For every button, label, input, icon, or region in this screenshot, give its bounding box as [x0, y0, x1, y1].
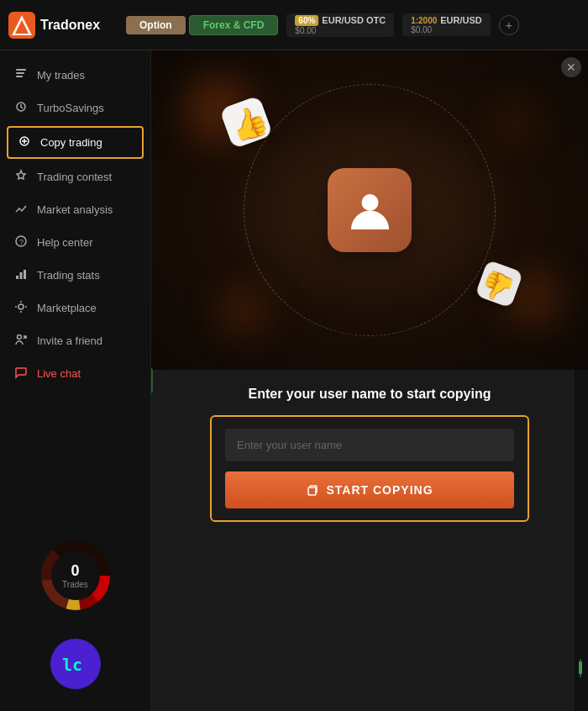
svg-rect-23 — [579, 661, 582, 674]
svg-point-14 — [18, 335, 22, 340]
trades-label: Trades — [62, 580, 88, 589]
copy-icon — [306, 483, 319, 497]
svg-rect-11 — [20, 272, 23, 279]
svg-text:?: ? — [19, 238, 24, 246]
svg-rect-31 — [308, 487, 316, 495]
svg-rect-4 — [16, 72, 24, 74]
hero-area: 👍 👎 — [151, 50, 588, 370]
instrument-price-1: $0.00 — [295, 26, 316, 35]
trading-stats-icon — [13, 267, 29, 283]
mini-candle-chart — [575, 657, 586, 694]
content-area: ◀ ✕ /U — — [151, 50, 588, 711]
top-bar: Tradonex Option Forex & CFD 60% EUR/USD … — [0, 0, 588, 50]
instrument-eurusd[interactable]: 1:2000 EUR/USD $0.00 — [402, 13, 491, 36]
sidebar-label-copy-trading: Copy trading — [40, 136, 102, 149]
sidebar: My trades TurboSavings Copy trading Trad… — [0, 50, 151, 711]
my-trades-icon — [13, 67, 29, 83]
instrument-eurusd-otc[interactable]: 60% EUR/USD OTC $0.00 — [286, 13, 394, 37]
sidebar-item-market-analysis[interactable]: Market analysis — [0, 193, 150, 226]
turbosavings-icon — [13, 100, 29, 116]
invite-friend-icon — [13, 333, 29, 349]
copy-section: Enter your user name to start copying ST… — [151, 370, 588, 547]
market-analysis-icon — [13, 202, 29, 218]
user-avatar[interactable]: lc — [50, 639, 101, 689]
copy-trading-icon — [17, 134, 32, 150]
sidebar-item-copy-trading[interactable]: Copy trading — [7, 126, 144, 159]
logo-text: Tradonex — [40, 18, 100, 33]
trades-widget: 0 Trades lc — [0, 524, 150, 703]
hero-person-icon — [328, 168, 412, 252]
sidebar-label-invite-friend: Invite a friend — [37, 334, 102, 347]
sidebar-label-my-trades: My trades — [37, 69, 85, 82]
svg-text:lc: lc — [62, 655, 82, 675]
svg-rect-5 — [16, 76, 23, 77]
donut-chart: 0 Trades — [38, 538, 113, 614]
tab-group: Option Forex & CFD — [126, 15, 278, 35]
sidebar-item-trading-stats[interactable]: Trading stats — [0, 259, 150, 292]
svg-rect-10 — [16, 276, 18, 279]
sidebar-label-marketplace: Marketplace — [37, 302, 97, 314]
svg-rect-12 — [24, 270, 26, 279]
sidebar-item-invite-friend[interactable]: Invite a friend — [0, 324, 150, 357]
bokeh-3 — [496, 101, 538, 143]
live-chat-icon — [13, 366, 29, 382]
start-copying-label: START COPYING — [326, 483, 433, 497]
marketplace-icon — [13, 300, 29, 316]
instrument-name-2: EUR/USD — [440, 15, 482, 25]
logo-icon — [8, 12, 35, 39]
sidebar-label-turbosavings: TurboSavings — [37, 102, 104, 114]
sidebar-item-turbosavings[interactable]: TurboSavings — [0, 92, 150, 124]
sidebar-item-live-chat[interactable]: Live chat — [0, 357, 150, 390]
sidebar-label-market-analysis: Market analysis — [37, 203, 113, 216]
sidebar-item-help-center[interactable]: ? Help center — [0, 226, 150, 259]
copy-form-box: START COPYING — [210, 415, 529, 522]
sidebar-label-trading-stats: Trading stats — [37, 269, 100, 282]
sidebar-item-trading-contest[interactable]: Trading contest — [0, 161, 150, 193]
trades-count: 0 — [62, 562, 88, 580]
instrument-price-2: $0.00 — [411, 25, 432, 34]
instrument-pct: 60% — [295, 15, 318, 26]
sidebar-item-marketplace[interactable]: Marketplace — [0, 292, 150, 324]
username-input[interactable] — [225, 429, 514, 461]
svg-rect-3 — [16, 69, 26, 71]
forex-tab[interactable]: Forex & CFD — [189, 15, 279, 35]
start-copying-button[interactable]: START COPYING — [225, 471, 514, 508]
logo: Tradonex — [8, 12, 118, 39]
svg-point-13 — [18, 304, 24, 309]
svg-point-28 — [361, 194, 378, 211]
sidebar-label-trading-contest: Trading contest — [37, 171, 112, 183]
add-instrument-button[interactable]: + — [499, 15, 519, 35]
close-button[interactable]: ✕ — [561, 57, 581, 77]
bokeh-2 — [218, 286, 269, 336]
sidebar-label-help-center: Help center — [37, 236, 92, 249]
option-tab[interactable]: Option — [126, 16, 186, 34]
sidebar-label-live-chat: Live chat — [37, 367, 81, 380]
main-layout: My trades TurboSavings Copy trading Trad… — [0, 50, 588, 711]
copy-section-title: Enter your user name to start copying — [249, 387, 491, 402]
trading-contest-icon — [13, 169, 29, 185]
instrument-name-1: EUR/USD OTC — [322, 15, 386, 25]
instrument-leverage: 1:2000 — [411, 16, 437, 25]
collapse-sidebar-button[interactable]: ◀ — [151, 368, 153, 393]
help-center-icon: ? — [13, 234, 29, 250]
sidebar-item-my-trades[interactable]: My trades — [0, 59, 150, 92]
